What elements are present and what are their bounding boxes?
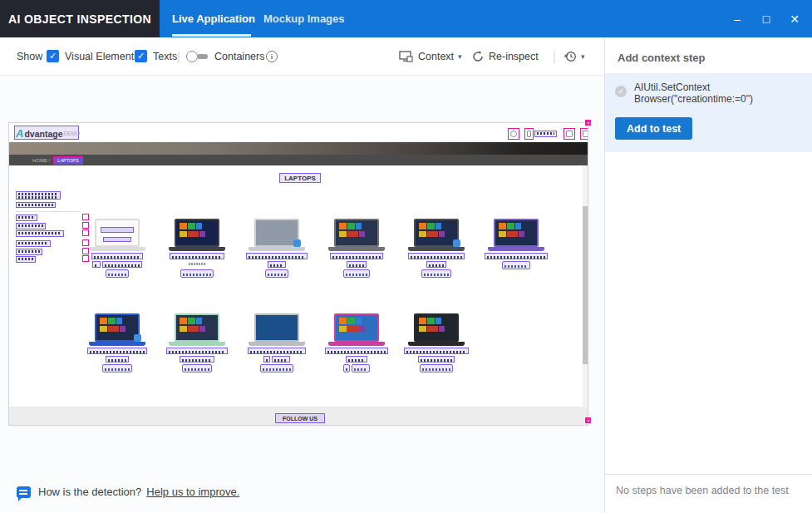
product-card[interactable] [77,291,157,372]
product-card[interactable] [157,291,237,372]
filter-label-box[interactable] [16,223,46,229]
product-name-box[interactable] [485,253,548,259]
product-price-box[interactable] [102,261,142,268]
containers-info-icon[interactable]: i [266,37,278,75]
context-step-card[interactable]: ✓ AIUtil.SetContext Browser("creationtim… [605,73,812,152]
breadcrumb-home[interactable]: HOME / [32,158,50,163]
product-button-box[interactable] [420,364,453,372]
filter-label-box[interactable] [16,256,36,263]
minimize-button[interactable]: – [725,0,750,37]
product-price-box[interactable] [272,356,290,363]
product-card[interactable] [396,291,476,372]
product-name-box[interactable] [408,253,465,259]
product-card[interactable] [317,291,396,372]
fuzzy-text [504,265,528,268]
visual-elements-checkbox[interactable]: ✓ [47,37,59,75]
page-title-detection[interactable]: LAPTOPS [279,173,321,183]
product-card[interactable] [157,196,237,278]
product-price-box[interactable] [180,356,214,363]
laptop-base [249,342,305,346]
reinspect-button[interactable]: Re-inspect [472,37,539,75]
product-button-box[interactable] [265,269,288,278]
texts-checkbox[interactable]: ✓ [135,37,147,75]
fuzzy-text [487,256,545,259]
feedback-link[interactable]: Help us to improve. [146,486,239,498]
detection-box[interactable] [101,227,134,233]
product-name-box[interactable] [87,348,147,354]
containers-toggle[interactable] [186,37,209,75]
product-button-box[interactable] [180,269,214,278]
show-label: Show [17,37,42,75]
fuzzy-text [18,232,62,234]
product-name-box[interactable] [170,253,224,259]
tab-live-application[interactable]: Live Application [172,0,255,37]
inspected-app-screenshot[interactable]: A dvantage DEMO HOME / LAPTOPS LAPTOPS [8,122,588,426]
product-image [169,196,225,251]
filter-header-box[interactable] [16,191,61,200]
product-grid-row-1 [77,196,556,278]
product-name-box[interactable] [330,253,383,259]
product-button-box[interactable] [352,364,370,372]
detection-box[interactable] [103,237,131,242]
product-button-box[interactable] [421,269,451,278]
product-button-box[interactable] [260,364,293,372]
product-card[interactable] [237,291,317,372]
history-button[interactable]: ▾ [563,37,585,75]
product-card[interactable] [396,196,476,278]
product-price-box[interactable] [92,261,101,268]
product-button-box[interactable] [343,364,350,372]
product-name-box[interactable] [404,348,469,354]
product-button-box[interactable] [106,269,129,278]
tab-mockup-images[interactable]: Mockup Images [263,0,345,37]
caption-line [421,269,451,278]
fuzzy-text [18,224,43,227]
maximize-button[interactable]: □ [754,0,779,37]
step-selected-icon[interactable]: ✓ [615,86,627,97]
product-name-box[interactable] [248,348,306,354]
product-card[interactable] [77,196,157,278]
product-name-box[interactable] [166,348,228,354]
cart-icon[interactable] [563,128,575,140]
context-button[interactable]: Context ▾ [399,37,462,75]
fuzzy-text [18,193,58,195]
product-price-box[interactable] [268,261,286,268]
search-icon[interactable] [508,128,519,140]
product-price-box[interactable] [418,356,455,363]
product-card[interactable] [476,196,556,278]
username-box[interactable] [534,131,557,137]
product-price-box[interactable] [263,356,270,363]
product-card[interactable] [237,196,317,278]
product-button-box[interactable] [502,261,530,269]
product-price-box[interactable] [426,261,446,268]
laptop-base [328,247,385,251]
product-button-box[interactable] [343,269,370,278]
close-button[interactable]: ✕ [782,0,807,37]
caption-line [246,253,308,259]
selection-handle-bottom-right[interactable] [584,417,592,424]
username-chip[interactable] [588,131,588,138]
filter-label-box[interactable] [16,240,51,247]
product-button-box[interactable] [182,364,212,372]
product-card[interactable] [317,196,396,278]
product-name-box[interactable] [325,348,388,354]
user-icon[interactable] [524,128,534,140]
product-name-box[interactable] [246,253,308,259]
add-to-test-button[interactable]: Add to test [615,117,692,140]
active-tab-underline [172,34,251,37]
filter-label-box[interactable] [16,215,37,221]
breadcrumb-current[interactable]: LAPTOPS [53,156,82,165]
filter-label-box[interactable] [16,249,42,255]
product-price-box[interactable] [347,261,367,268]
product-price-box[interactable] [346,356,367,363]
product-price-box[interactable] [106,356,129,363]
filter-label-box[interactable] [16,230,64,237]
product-button-box[interactable] [102,364,132,372]
filter-divider [16,211,81,212]
site-scrollbar-thumb[interactable] [583,206,588,364]
selection-handle-top-right[interactable] [584,119,592,126]
product-price-text [189,261,205,268]
filter-subheader-box[interactable] [16,202,56,208]
laptop-screen [334,219,379,247]
follow-us-detection[interactable]: FOLLOW US [275,413,325,423]
product-name-box[interactable] [91,253,143,259]
